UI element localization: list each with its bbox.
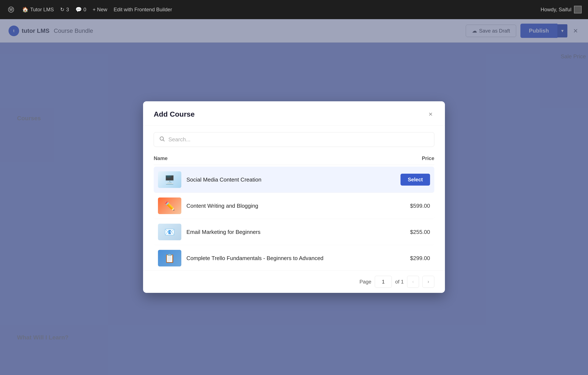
prev-page-button[interactable]: ‹	[407, 276, 419, 288]
svg-line-5	[163, 140, 164, 141]
course-name-3: Email Marketing for Beginners	[186, 229, 399, 235]
admin-bar: W 🏠 Tutor LMS ↻ 3 💬 0 + New Edit with Fr…	[0, 0, 588, 19]
table-header: Name Price	[154, 153, 434, 165]
modal-header: Add Course ×	[143, 101, 445, 126]
course-name-4: Complete Trello Fundamentals - Beginners…	[186, 255, 399, 262]
next-page-button[interactable]: ›	[422, 276, 434, 288]
home-icon: 🏠	[22, 7, 29, 12]
search-container	[154, 132, 434, 147]
frontend-builder-item[interactable]: Edit with Frontend Builder	[114, 7, 172, 12]
page-label: Page	[359, 279, 371, 285]
home-item[interactable]: 🏠 Tutor LMS	[22, 7, 54, 12]
course-row: 📧 Email Marketing for Beginners $255.00	[154, 219, 434, 245]
course-name-1: Social Media Content Creation	[186, 176, 365, 183]
svg-point-4	[160, 137, 163, 140]
page-input[interactable]	[375, 276, 392, 288]
comments-item[interactable]: 💬 0	[75, 7, 86, 12]
search-icon	[159, 136, 165, 143]
search-input[interactable]	[168, 136, 429, 143]
modal-footer: Page of 1 ‹ ›	[143, 271, 445, 293]
modal-backdrop: Add Course × Name Price	[0, 19, 588, 375]
course-thumbnail-4: 📋	[158, 250, 181, 266]
course-row: ✏️ Content Writing and Blogging $599.00	[154, 193, 434, 219]
course-thumbnail-1: 🖥️	[158, 171, 181, 188]
modal-body: Name Price 🖥️ Social Media Content Creat…	[143, 126, 445, 271]
avatar	[574, 6, 582, 13]
editor-area: t tutor LMS Course Bundle ☁ Save as Draf…	[0, 19, 588, 375]
chevron-left-icon: ‹	[412, 279, 414, 285]
course-thumbnail-3: 📧	[158, 224, 181, 240]
course-price-3: $255.00	[405, 229, 430, 235]
chevron-right-icon: ›	[428, 279, 429, 285]
course-price-2: $599.00	[405, 203, 430, 209]
comment-icon: 💬	[75, 7, 82, 12]
course-thumbnail-2: ✏️	[158, 198, 181, 214]
modal-title: Add Course	[154, 110, 195, 118]
course-name-2: Content Writing and Blogging	[186, 203, 399, 209]
of-label: of 1	[395, 279, 404, 285]
course-row: 📋 Complete Trello Fundamentals - Beginne…	[154, 245, 434, 271]
course-row: 🖥️ Social Media Content Creation Select	[154, 167, 434, 193]
new-item[interactable]: + New	[93, 7, 107, 12]
wp-icon[interactable]: W	[6, 5, 16, 14]
select-button-1[interactable]: Select	[400, 174, 430, 186]
table-name-header: Name	[154, 155, 168, 161]
svg-text:W: W	[9, 7, 13, 12]
add-course-modal: Add Course × Name Price	[143, 101, 445, 293]
course-list: 🖥️ Social Media Content Creation Select …	[154, 167, 434, 271]
refresh-icon: ↻	[60, 7, 64, 12]
howdy-section: Howdy, Saiful	[541, 6, 582, 13]
table-price-header: Price	[422, 155, 434, 161]
modal-close-button[interactable]: ×	[427, 109, 434, 119]
updates-item[interactable]: ↻ 3	[60, 7, 69, 12]
course-price-4: $299.00	[405, 255, 430, 262]
